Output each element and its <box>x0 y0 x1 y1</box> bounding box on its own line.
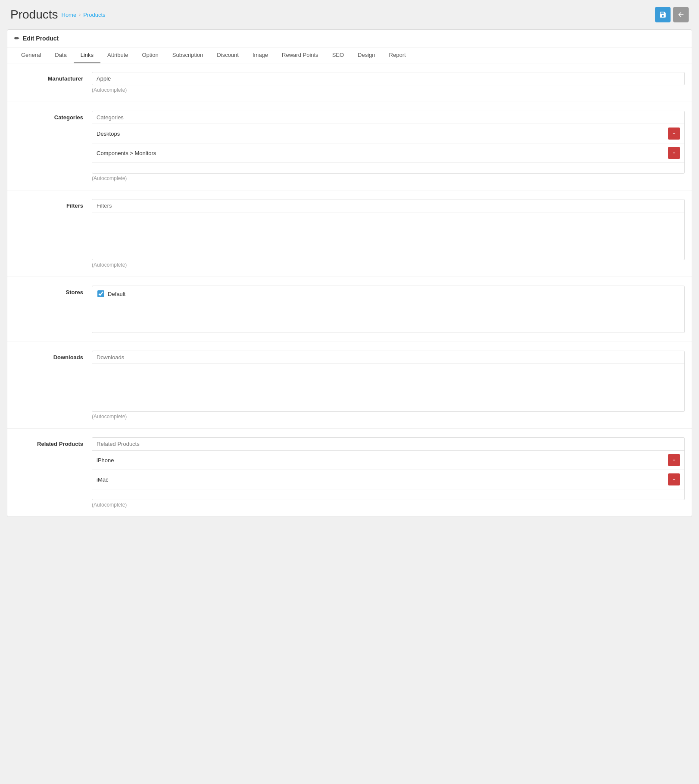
tab-reward-points[interactable]: Reward Points <box>275 47 325 63</box>
stores-default-item[interactable]: Default <box>97 290 679 297</box>
manufacturer-section: Manufacturer (Autocomplete) <box>7 63 692 102</box>
category-item-monitors: Components > Monitors <box>92 143 684 163</box>
remove-desktops-icon <box>671 131 677 137</box>
categories-search-input[interactable] <box>92 111 684 124</box>
remove-imac-button[interactable] <box>668 473 680 485</box>
related-empty-area <box>92 489 684 500</box>
tab-image[interactable]: Image <box>246 47 275 63</box>
stores-box: Default <box>92 286 685 333</box>
downloads-search-input[interactable] <box>92 351 684 364</box>
related-item-imac-label: iMac <box>97 476 108 483</box>
manufacturer-content: (Autocomplete) <box>92 72 685 93</box>
filters-autocomplete: (Autocomplete) <box>92 262 685 268</box>
save-icon <box>659 11 667 19</box>
remove-iphone-button[interactable] <box>668 454 680 466</box>
page-title: Products <box>10 8 58 22</box>
categories-box: Desktops Components > Monitors <box>92 111 685 174</box>
card-title: Edit Product <box>23 35 59 42</box>
tab-links[interactable]: Links <box>74 47 100 63</box>
breadcrumb: Home › Products <box>62 12 106 18</box>
filters-section: Filters (Autocomplete) <box>7 190 692 277</box>
remove-monitors-button[interactable] <box>668 147 680 159</box>
filters-area <box>92 212 684 260</box>
tabs-container: General Data Links Attribute Option Subs… <box>7 47 692 63</box>
breadcrumb-separator: › <box>79 12 81 18</box>
tab-attribute[interactable]: Attribute <box>100 47 135 63</box>
header-left: Products Home › Products <box>10 8 106 22</box>
related-item-imac: iMac <box>92 470 684 489</box>
save-button[interactable] <box>655 7 671 22</box>
downloads-box <box>92 351 685 412</box>
breadcrumb-home[interactable]: Home <box>62 12 77 18</box>
back-icon <box>677 11 685 19</box>
downloads-section: Downloads (Autocomplete) <box>7 342 692 429</box>
categories-content: Desktops Components > Monitors <box>92 111 685 181</box>
manufacturer-autocomplete: (Autocomplete) <box>92 87 685 93</box>
tab-option[interactable]: Option <box>135 47 165 63</box>
categories-empty-area <box>92 163 684 173</box>
svg-rect-1 <box>673 133 675 134</box>
filters-content: (Autocomplete) <box>92 199 685 268</box>
filters-box <box>92 199 685 260</box>
edit-icon: ✏ <box>14 35 19 42</box>
related-products-label: Related Products <box>14 437 92 447</box>
related-products-box: iPhone iMac <box>92 437 685 500</box>
stores-section: Stores Default <box>7 277 692 342</box>
stores-label: Stores <box>14 286 92 296</box>
back-button[interactable] <box>673 7 689 22</box>
related-item-iphone-label: iPhone <box>97 457 114 464</box>
remove-desktops-button[interactable] <box>668 128 680 140</box>
manufacturer-label: Manufacturer <box>14 72 92 82</box>
tab-report[interactable]: Report <box>382 47 413 63</box>
categories-section: Categories Desktops Components > Monitor… <box>7 102 692 190</box>
category-item-monitors-label: Components > Monitors <box>97 150 156 156</box>
page-header: Products Home › Products <box>0 0 699 29</box>
tab-seo[interactable]: SEO <box>325 47 351 63</box>
filters-label: Filters <box>14 199 92 209</box>
tab-discount[interactable]: Discount <box>210 47 246 63</box>
remove-monitors-icon <box>671 150 677 156</box>
tab-general[interactable]: General <box>14 47 48 63</box>
stores-content: Default <box>92 286 685 333</box>
card-header: ✏ Edit Product <box>7 30 692 47</box>
downloads-area <box>92 364 684 411</box>
remove-imac-icon <box>671 476 677 482</box>
stores-default-label: Default <box>108 291 125 297</box>
related-products-search-input[interactable] <box>92 438 684 451</box>
tab-design[interactable]: Design <box>351 47 382 63</box>
downloads-autocomplete: (Autocomplete) <box>92 414 685 420</box>
related-products-section: Related Products iPhone iMac <box>7 429 692 516</box>
stores-default-checkbox[interactable] <box>97 290 104 297</box>
svg-rect-7 <box>673 479 675 479</box>
svg-rect-5 <box>673 460 675 460</box>
downloads-content: (Autocomplete) <box>92 351 685 420</box>
categories-autocomplete: (Autocomplete) <box>92 175 685 181</box>
remove-iphone-icon <box>671 457 677 463</box>
related-item-iphone: iPhone <box>92 451 684 470</box>
category-item-desktops-label: Desktops <box>97 131 120 137</box>
svg-rect-3 <box>673 152 675 153</box>
manufacturer-input[interactable] <box>92 72 685 85</box>
tab-data[interactable]: Data <box>48 47 73 63</box>
categories-label: Categories <box>14 111 92 121</box>
filters-search-input[interactable] <box>92 199 684 212</box>
downloads-label: Downloads <box>14 351 92 361</box>
related-products-autocomplete: (Autocomplete) <box>92 502 685 508</box>
category-item-desktops: Desktops <box>92 124 684 143</box>
related-products-content: iPhone iMac <box>92 437 685 508</box>
breadcrumb-current[interactable]: Products <box>83 12 105 18</box>
main-card: ✏ Edit Product General Data Links Attrib… <box>7 29 692 517</box>
header-actions <box>655 7 689 22</box>
tab-subscription[interactable]: Subscription <box>165 47 210 63</box>
